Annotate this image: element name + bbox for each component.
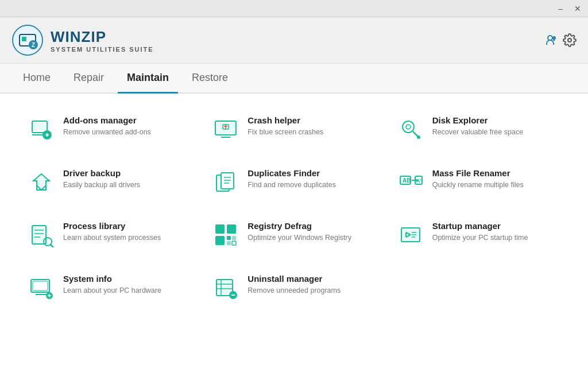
duplicates-finder-title: Duplicates Finder [247,168,376,178]
process-library-text: Process library Learn about system proce… [63,221,191,243]
startup-manager-text: Startup manager Optimize your PC startup… [432,221,560,243]
svg-rect-47 [227,236,231,240]
tool-driver-backup[interactable]: Driver backup Easily backup all drivers [23,164,196,200]
svg-rect-46 [215,236,225,245]
close-button[interactable]: ✕ [572,3,583,14]
system-info-title: System info [63,274,191,284]
duplicates-finder-icon [212,168,239,196]
uninstall-manager-desc: Remove unneeded programs [247,286,376,296]
svg-rect-50 [232,241,236,245]
tool-mass-file-renamer[interactable]: AB A' Mass File Renamer Quickly rename m… [392,164,565,200]
tool-system-info[interactable]: System info Learn about your PC hardware [23,269,196,306]
svg-rect-27 [221,173,234,189]
startup-manager-desc: Optimize your PC startup time [432,233,560,243]
titlebar: – ✕ [0,0,588,17]
uninstall-manager-icon [212,274,239,301]
svg-point-8 [568,38,571,42]
svg-rect-10 [33,122,46,130]
minimize-button[interactable]: – [556,3,565,14]
svg-point-23 [406,125,411,129]
titlebar-controls: – ✕ [556,3,583,14]
driver-backup-desc: Easily backup all drivers [63,180,191,191]
duplicates-finder-desc: Find and remove duplicates [247,180,376,191]
addons-manager-text: Add-ons manager Remove unwanted add-ons [63,115,191,138]
disk-explorer-desc: Recover valuable free space [432,127,560,138]
process-library-desc: Learn about system processes [63,233,191,243]
svg-rect-49 [227,241,231,245]
nav-item-home[interactable]: Home [14,64,60,94]
svg-rect-2 [22,37,26,41]
settings-button[interactable] [563,33,577,47]
tool-uninstall-manager[interactable]: Uninstall manager Remove unneeded progra… [207,269,380,306]
driver-backup-icon [28,168,55,196]
nav-item-restore[interactable]: Restore [183,64,237,94]
svg-text:AB: AB [403,177,411,184]
logo-area: Z WINZIP SYSTEM UTILITIES SUITE [11,24,154,56]
app-logo-icon: Z [11,24,44,56]
logo-text: WINZIP SYSTEM UTILITIES SUITE [51,28,154,53]
uninstall-manager-title: Uninstall manager [247,274,376,284]
nav-item-repair[interactable]: Repair [64,64,113,94]
addons-manager-title: Add-ons manager [63,115,191,125]
addons-manager-icon [28,115,55,143]
registry-defrag-icon [212,221,239,249]
duplicates-finder-text: Duplicates Finder Find and remove duplic… [247,168,376,191]
tool-process-library[interactable]: Process library Learn about system proce… [23,216,196,253]
svg-text:?: ? [553,36,556,41]
tools-grid: Add-ons manager Remove unwanted add-ons … [23,111,565,306]
svg-rect-44 [215,224,225,234]
help-button[interactable]: ? [543,33,557,47]
tool-registry-defrag[interactable]: Registry Defrag Optimize your Windows Re… [207,216,380,253]
svg-text:Z: Z [32,42,35,48]
header-actions: ? [543,33,577,47]
svg-point-0 [13,25,42,55]
mass-file-renamer-icon: AB A' [397,168,424,196]
tool-addons-manager[interactable]: Add-ons manager Remove unwanted add-ons [23,111,196,148]
driver-backup-title: Driver backup [63,168,191,178]
tool-startup-manager[interactable]: Startup manager Optimize your PC startup… [392,216,565,253]
system-info-icon [28,274,55,301]
driver-backup-text: Driver backup Easily backup all drivers [63,168,191,191]
startup-manager-title: Startup manager [432,221,560,231]
system-info-desc: Learn about your PC hardware [63,286,191,296]
crash-helper-icon [212,115,239,143]
process-library-icon [28,221,55,249]
registry-defrag-desc: Optimize your Windows Registry [247,233,376,243]
main-nav: Home Repair Maintain Restore [0,64,588,94]
system-info-text: System info Learn about your PC hardware [63,274,191,296]
svg-rect-59 [33,281,48,290]
logo-subtitle: SYSTEM UTILITIES SUITE [51,46,154,53]
tool-crash-helper[interactable]: Crash helper Fix blue screen crashes [207,111,380,148]
disk-explorer-title: Disk Explorer [432,115,560,125]
process-library-title: Process library [63,221,191,231]
uninstall-manager-text: Uninstall manager Remove unneeded progra… [247,274,376,296]
logo-winzip: WINZIP [51,28,154,46]
mass-file-renamer-text: Mass File Renamer Quickly rename multipl… [432,168,560,191]
startup-manager-icon [397,221,424,249]
crash-helper-text: Crash helper Fix blue screen crashes [247,115,376,138]
svg-rect-48 [232,236,236,240]
crash-helper-desc: Fix blue screen crashes [247,127,376,138]
disk-explorer-icon [397,115,424,143]
svg-rect-45 [227,224,236,234]
crash-helper-title: Crash helper [247,115,376,125]
header: Z WINZIP SYSTEM UTILITIES SUITE ? [0,17,588,64]
svg-line-43 [51,245,53,247]
tool-disk-explorer[interactable]: Disk Explorer Recover valuable free spac… [392,111,565,148]
main-content: Add-ons manager Remove unwanted add-ons … [0,94,588,376]
registry-defrag-text: Registry Defrag Optimize your Windows Re… [247,221,376,243]
disk-explorer-text: Disk Explorer Recover valuable free spac… [432,115,560,138]
registry-defrag-title: Registry Defrag [247,221,376,231]
svg-point-25 [417,135,420,139]
mass-file-renamer-title: Mass File Renamer [432,168,560,178]
mass-file-renamer-desc: Quickly rename multiple files [432,180,560,191]
tool-duplicates-finder[interactable]: Duplicates Finder Find and remove duplic… [207,164,380,200]
svg-point-5 [548,36,552,40]
addons-manager-desc: Remove unwanted add-ons [63,127,191,138]
nav-item-maintain[interactable]: Maintain [118,64,178,94]
